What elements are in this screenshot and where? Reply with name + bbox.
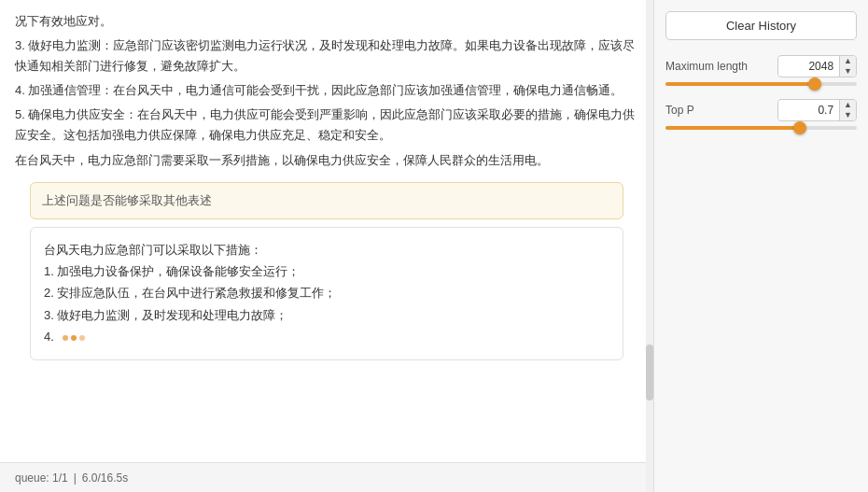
response-line-5: 4. [44,326,609,347]
top-p-down[interactable]: ▼ [840,110,856,120]
message-line-4: 5. 确保电力供应安全：在台风天中，电力供应可能会受到严重影响，因此应急部门应该… [15,105,638,146]
clear-history-button[interactable]: Clear History [665,11,857,40]
top-p-label: Top P [665,104,694,117]
maximum-length-slider-thumb[interactable] [808,77,821,91]
maximum-length-label: Maximum length [665,60,748,73]
message-line-5: 在台风天中，电力应急部门需要采取一系列措施，以确保电力供应安全，保障人民群众的生… [15,150,638,171]
maximum-length-spinners: ▲ ▼ [839,56,856,77]
maximum-length-input[interactable] [778,57,839,76]
separator: | [74,471,77,485]
top-p-label-row: Top P ▲ ▼ [665,99,857,121]
message-block-1: 况下有效地应对。 3. 做好电力监测：应急部门应该密切监测电力运行状况，及时发现… [15,11,638,171]
top-p-spinners: ▲ ▼ [839,100,856,120]
timing-label: 6.0/16.5s [82,471,128,485]
queue-label: queue: 1/1 [15,471,68,485]
maximum-length-setting: Maximum length ▲ ▼ [665,55,857,86]
dot-2 [71,335,77,341]
response-line-4: 3. 做好电力监测，及时发现和处理电力故障； [44,304,609,326]
settings-panel: Clear History Maximum length ▲ ▼ [653,0,868,492]
message-line-3: 4. 加强通信管理：在台风天中，电力通信可能会受到干扰，因此应急部门应该加强通信… [15,80,638,101]
status-bar: queue: 1/1 | 6.0/16.5s [0,462,653,492]
maximum-length-slider-track[interactable] [665,82,857,86]
top-p-up[interactable]: ▲ [840,100,856,110]
response-line-2: 1. 加强电力设备保护，确保设备能够安全运行； [44,260,609,282]
dot-3 [79,335,85,341]
scrollbar-thumb [646,344,653,401]
chat-scroll[interactable]: 况下有效地应对。 3. 做好电力监测：应急部门应该密切监测电力运行状况，及时发现… [0,0,653,462]
maximum-length-down[interactable]: ▼ [840,66,856,77]
loading-indicator [63,330,85,344]
message-line-2: 3. 做好电力监测：应急部门应该密切监测电力运行状况，及时发现和处理电力故障。如… [15,35,638,77]
right-scrollbar[interactable] [646,0,653,492]
dot-1 [63,335,68,341]
top-p-input[interactable] [778,101,839,119]
top-p-input-group[interactable]: ▲ ▼ [777,99,857,121]
main-container: 况下有效地应对。 3. 做好电力监测：应急部门应该密切监测电力运行状况，及时发现… [0,0,868,492]
top-p-setting: Top P ▲ ▼ [665,99,857,130]
input-prompt-block: 上述问题是否能够采取其他表述 [30,182,623,219]
maximum-length-label-row: Maximum length ▲ ▼ [665,55,857,77]
top-p-slider-fill [665,126,800,130]
response-block: 台风天电力应急部门可以采取以下措施： 1. 加强电力设备保护，确保设备能够安全运… [30,227,623,360]
top-p-slider-thumb[interactable] [793,121,806,134]
maximum-length-up[interactable]: ▲ [840,56,856,66]
top-p-slider-track[interactable] [665,126,857,130]
response-line-1: 台风天电力应急部门可以采取以下措施： [44,239,609,260]
input-prompt-text: 上述问题是否能够采取其他表述 [42,193,212,207]
maximum-length-input-group[interactable]: ▲ ▼ [777,55,857,77]
chat-panel: 况下有效地应对。 3. 做好电力监测：应急部门应该密切监测电力运行状况，及时发现… [0,0,653,492]
message-line-1: 况下有效地应对。 [15,11,638,32]
maximum-length-slider-fill [665,82,815,86]
response-line-3: 2. 安排应急队伍，在台风中进行紧急救援和修复工作； [44,282,609,303]
